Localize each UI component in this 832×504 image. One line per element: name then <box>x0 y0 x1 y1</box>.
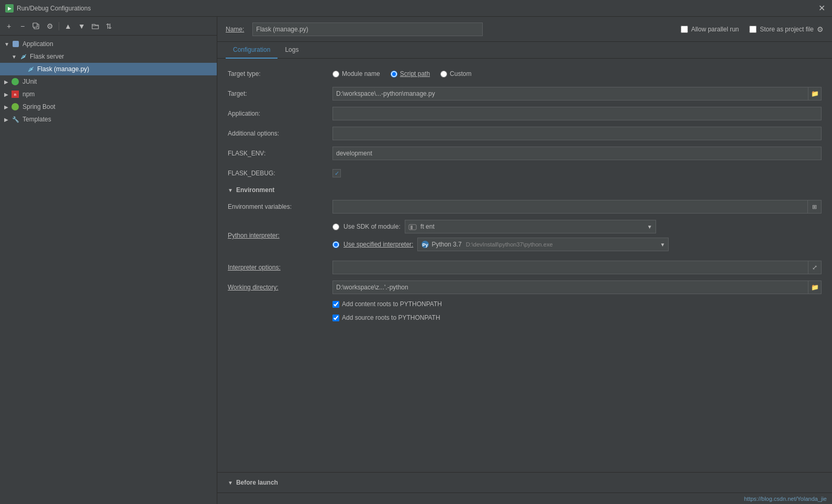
folder-icon: 📁 <box>811 90 819 97</box>
settings-button[interactable]: ⚙ <box>44 20 56 32</box>
tree-item-flask-manage[interactable]: 🌶 Flask (manage.py) <box>0 63 217 75</box>
tree-item-application[interactable]: ▼ Application <box>0 38 217 50</box>
add-source-roots-label[interactable]: Add source roots to PYTHONPATH <box>342 314 440 321</box>
add-source-roots-checkbox[interactable] <box>332 315 339 321</box>
add-content-roots-label[interactable]: Add content roots to PYTHONPATH <box>342 300 442 308</box>
before-launch-label: Before launch <box>236 479 278 486</box>
module-name-label[interactable]: Module name <box>342 70 380 77</box>
script-path-label[interactable]: Script path <box>400 70 430 77</box>
spring-boot-icon <box>12 103 20 111</box>
templates-icon: 🔧 <box>12 115 20 124</box>
store-as-project-file-checkbox[interactable] <box>749 26 757 33</box>
use-sdk-radio[interactable] <box>332 223 339 230</box>
flask-env-label: FLASK_ENV: <box>228 150 332 157</box>
working-directory-browse-button[interactable]: 📁 <box>808 281 822 294</box>
use-specified-option: Use specified interpreter: Py Python 3.7… <box>332 238 669 251</box>
tree-item-flask-server[interactable]: ▼ 🌶 Flask server <box>0 50 217 63</box>
move-up-button[interactable]: ▲ <box>62 20 74 32</box>
application-chevron: ▼ <box>4 41 12 47</box>
tree-item-spring-boot[interactable]: ▶ Spring Boot <box>0 100 217 113</box>
status-url: https://blog.csdn.net/Yolanda_jie <box>744 496 827 502</box>
target-row: Target: 📁 <box>228 87 822 100</box>
target-type-row: Target type: Module name Script path Cus… <box>228 67 822 81</box>
flask-server-icon: 🌶 <box>19 52 27 61</box>
env-variables-edit-button[interactable]: ⊞ <box>808 200 822 214</box>
window-title: Run/Debug Configurations <box>17 5 91 12</box>
target-browse-button[interactable]: 📁 <box>808 87 822 100</box>
env-variables-label: Environment variables: <box>228 203 332 210</box>
form-area: Target type: Module name Script path Cus… <box>217 59 832 472</box>
script-path-radio-item: Script path <box>391 70 430 77</box>
npm-chevron: ▶ <box>4 92 12 97</box>
env-variables-row: Environment variables: ⊞ <box>228 200 822 214</box>
application-input[interactable] <box>332 107 822 120</box>
sort-button[interactable]: ⇅ <box>103 20 115 32</box>
environment-chevron-icon: ▼ <box>228 187 233 193</box>
interpreter-options-input[interactable] <box>332 261 808 274</box>
tabs-bar: Configuration Logs <box>217 42 832 59</box>
working-directory-input[interactable] <box>332 281 808 294</box>
store-as-project-file-label[interactable]: Store as project file <box>760 26 814 33</box>
flask-debug-checkbox[interactable] <box>332 169 341 177</box>
flask-debug-control <box>332 169 822 177</box>
application-control <box>332 107 822 120</box>
interpreter-options-expand-button[interactable]: ⤢ <box>808 261 822 274</box>
use-specified-label[interactable]: Use specified interpreter: <box>343 241 413 248</box>
expand-icon: ⤢ <box>812 264 817 271</box>
name-input[interactable] <box>252 23 483 36</box>
flask-server-label: Flask server <box>30 53 64 60</box>
tree-item-templates[interactable]: ▶ 🔧 Templates <box>0 113 217 126</box>
tree-item-npm[interactable]: ▶ n npm <box>0 88 217 100</box>
custom-radio-item: Custom <box>440 70 471 77</box>
python-path-label: D:\devInstall\python37\python.exe <box>466 241 553 248</box>
window-icon: ▶ <box>5 4 14 13</box>
npm-label: npm <box>23 91 35 98</box>
sdk-dropdown[interactable]: ft ent ▼ <box>405 220 656 233</box>
environment-section-header[interactable]: ▼ Environment <box>228 186 822 194</box>
store-as-project-file-group: Store as project file ⚙ <box>749 25 824 33</box>
add-source-roots-row: Add source roots to PYTHONPATH <box>228 314 822 321</box>
toolbar-sep-1 <box>59 22 59 30</box>
main-content: + − ⚙ ▲ ▼ ⇅ ▼ <box>0 17 832 504</box>
specified-interpreter-dropdown[interactable]: Py Python 3.7 D:\devInstall\python37\pyt… <box>417 238 669 251</box>
env-edit-icon: ⊞ <box>812 204 817 210</box>
close-button[interactable]: ✕ <box>816 3 827 13</box>
sdk-dropdown-arrow-icon: ▼ <box>647 224 652 230</box>
application-row: Application: <box>228 107 822 120</box>
add-content-roots-checkbox[interactable] <box>332 301 339 308</box>
tab-configuration[interactable]: Configuration <box>226 42 278 59</box>
python-indicator: Py Python 3.7 D:\devInstall\python37\pyt… <box>421 240 552 249</box>
tree-item-junit[interactable]: ▶ JUnit <box>0 75 217 88</box>
additional-options-label: Additional options: <box>228 130 332 137</box>
custom-radio[interactable] <box>440 71 447 77</box>
use-specified-radio[interactable] <box>332 241 339 248</box>
env-variables-input[interactable] <box>332 200 808 214</box>
move-down-button[interactable]: ▼ <box>76 20 87 32</box>
before-launch-header[interactable]: ▼ Before launch <box>228 479 822 486</box>
tab-logs[interactable]: Logs <box>278 42 306 59</box>
store-project-gear-icon[interactable]: ⚙ <box>817 25 824 33</box>
flask-env-input[interactable] <box>332 147 822 160</box>
use-sdk-label[interactable]: Use SDK of module: <box>343 223 401 230</box>
use-sdk-option: Use SDK of module: ft ent ▼ <box>332 220 669 233</box>
custom-label[interactable]: Custom <box>450 70 471 77</box>
script-path-radio[interactable] <box>391 71 397 77</box>
python-version-label: Python 3.7 <box>431 241 461 248</box>
add-button[interactable]: + <box>3 20 15 32</box>
folder-button[interactable] <box>90 20 101 32</box>
templates-chevron: ▶ <box>4 117 12 122</box>
allow-parallel-run-checkbox[interactable] <box>681 26 688 33</box>
allow-parallel-run-label[interactable]: Allow parallel run <box>691 26 739 33</box>
sdk-dropdown-value: ft ent <box>408 223 435 230</box>
spring-boot-label: Spring Boot <box>23 103 56 110</box>
module-name-radio[interactable] <box>332 71 339 77</box>
target-input[interactable] <box>332 87 808 100</box>
additional-options-input[interactable] <box>332 127 822 140</box>
remove-button[interactable]: − <box>17 20 28 32</box>
flask-env-row: FLASK_ENV: <box>228 147 822 160</box>
flask-manage-label: Flask (manage.py) <box>37 65 89 73</box>
target-type-control: Module name Script path Custom <box>332 70 822 77</box>
copy-button[interactable] <box>30 20 42 32</box>
python-interpreter-label: Python interpreter: <box>228 232 332 239</box>
working-directory-label: Working directory: <box>228 284 332 291</box>
